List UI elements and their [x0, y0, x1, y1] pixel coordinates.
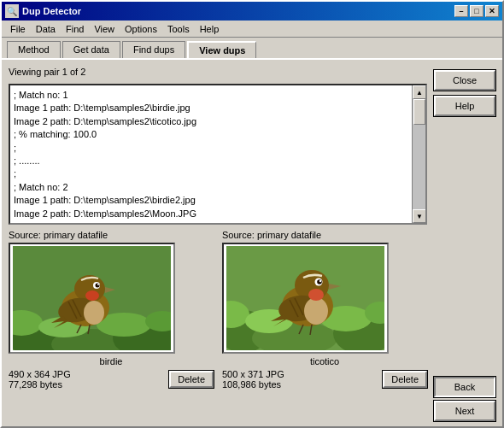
- match-results-text: ; Match no: 1 Image 1 path: D:\temp\samp…: [10, 85, 412, 223]
- close-button[interactable]: Close: [434, 70, 495, 91]
- image2-size: 500 x 371 JPG: [222, 369, 378, 379]
- menu-bar: File Data Find View Options Tools Help: [2, 21, 502, 38]
- svg-point-13: [96, 284, 100, 288]
- image2-bytes: 108,986 bytes: [222, 379, 378, 390]
- svg-point-16: [85, 290, 99, 301]
- image1-bytes: 77,298 bytes: [9, 379, 164, 390]
- image-panel-1: Source: primary datafile: [9, 230, 214, 390]
- title-bar-buttons: – □ ✕: [454, 5, 499, 17]
- scroll-thumb[interactable]: [413, 99, 425, 125]
- tab-method[interactable]: Method: [7, 41, 61, 58]
- svg-point-35: [317, 279, 322, 284]
- back-button[interactable]: Back: [434, 377, 495, 397]
- svg-point-14: [97, 284, 99, 285]
- menu-file[interactable]: File: [5, 22, 31, 36]
- viewing-pair-status: Viewing pair 1 of 2: [9, 65, 427, 79]
- main-content: Viewing pair 1 of 2 ; Match no: 1 Image …: [2, 58, 502, 426]
- window-title: Dup Detector: [22, 6, 454, 16]
- images-row: Source: primary datafile: [9, 230, 427, 390]
- next-button[interactable]: Next: [434, 401, 495, 421]
- help-button[interactable]: Help: [434, 96, 495, 116]
- scroll-up-button[interactable]: ▲: [413, 85, 426, 99]
- menu-find[interactable]: Find: [61, 22, 89, 36]
- vertical-scrollbar[interactable]: ▲ ▼: [412, 85, 425, 223]
- image2-info: 500 x 371 JPG 108,986 bytes: [222, 369, 378, 390]
- tab-get-data[interactable]: Get data: [62, 41, 120, 58]
- menu-help[interactable]: Help: [195, 22, 225, 36]
- app-icon: 🔍: [5, 4, 19, 18]
- menu-view[interactable]: View: [89, 22, 120, 36]
- image1-size: 490 x 364 JPG: [9, 369, 164, 379]
- image2-info-row: 500 x 371 JPG 108,986 bytes Delete: [222, 369, 427, 390]
- maximize-button[interactable]: □: [470, 5, 483, 17]
- image1-info-row: 490 x 364 JPG 77,298 bytes Delete: [9, 369, 214, 390]
- image1-source-label: Source: primary datafile: [9, 230, 214, 240]
- svg-point-38: [308, 289, 324, 301]
- scroll-track: [413, 99, 425, 209]
- image1-info: 490 x 364 JPG 77,298 bytes: [9, 369, 164, 390]
- svg-point-36: [319, 280, 321, 282]
- tab-view-dups[interactable]: View dups: [187, 41, 256, 58]
- nav-buttons: Back Next: [434, 377, 495, 421]
- close-window-button[interactable]: ✕: [485, 5, 499, 17]
- image2-frame: [222, 243, 389, 354]
- svg-point-11: [84, 301, 104, 325]
- image1-bird: [13, 246, 171, 350]
- image1-delete-button[interactable]: Delete: [169, 371, 214, 388]
- minimize-button[interactable]: –: [454, 5, 468, 17]
- menu-tools[interactable]: Tools: [162, 22, 195, 36]
- image1-name: birdie: [9, 356, 214, 366]
- left-panel: Viewing pair 1 of 2 ; Match no: 1 Image …: [9, 65, 427, 421]
- svg-point-33: [304, 297, 328, 325]
- menu-options[interactable]: Options: [120, 22, 162, 36]
- match-results-area[interactable]: ; Match no: 1 Image 1 path: D:\temp\samp…: [9, 84, 427, 225]
- tab-bar: Method Get data Find dups View dups: [2, 38, 502, 58]
- image-panel-2: Source: primary datafile: [222, 230, 427, 390]
- menu-data[interactable]: Data: [31, 22, 61, 36]
- title-bar: 🔍 Dup Detector – □ ✕: [2, 2, 502, 21]
- tab-find-dups[interactable]: Find dups: [122, 41, 185, 58]
- right-panel: Close Help Back Next: [434, 65, 495, 421]
- main-window: 🔍 Dup Detector – □ ✕ File Data Find View…: [0, 0, 504, 428]
- image2-source-label: Source: primary datafile: [222, 230, 427, 240]
- image1-frame: [9, 243, 175, 354]
- image2-delete-button[interactable]: Delete: [383, 371, 427, 388]
- scroll-down-button[interactable]: ▼: [413, 209, 426, 223]
- image2-name: ticotico: [222, 356, 427, 366]
- image2-bird: [226, 246, 384, 350]
